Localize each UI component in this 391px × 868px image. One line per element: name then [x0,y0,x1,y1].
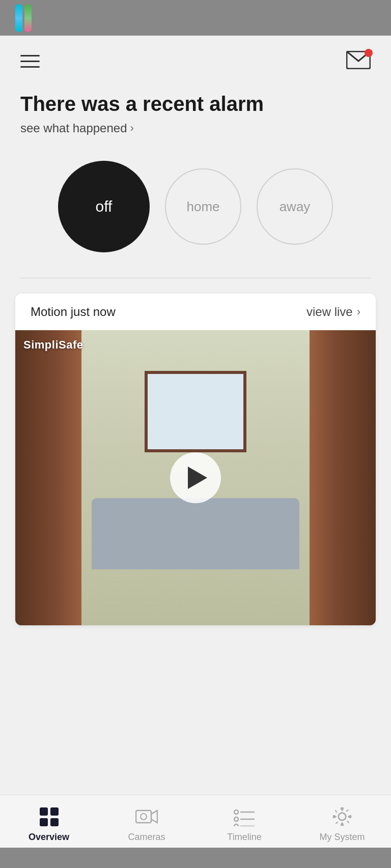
overview-dot-4 [50,818,59,826]
alarm-title: There was a recent alarm [20,92,371,116]
hamburger-line-2 [20,61,40,62]
play-button[interactable] [170,452,221,503]
camera-card: Motion just now view live › SimpliSafe [15,294,376,625]
view-live-text: view live [306,305,353,319]
status-bar [0,0,391,36]
hamburger-line-3 [20,66,40,68]
svg-point-3 [234,810,238,814]
nav-item-timeline[interactable]: Timeline [196,805,293,843]
logo-bar-right [24,4,32,32]
svg-point-7 [234,824,238,826]
gear-icon [332,806,352,827]
room-window [145,371,246,452]
svg-point-2 [141,814,147,820]
see-what-happened-text: see what happened [20,121,127,135]
main-content: There was a recent alarm see what happen… [0,36,391,795]
bottom-nav: Overview Cameras Timeline [0,795,391,848]
nav-item-overview[interactable]: Overview [0,805,98,843]
chevron-right-icon: › [130,122,134,135]
room-couch [92,498,299,569]
hamburger-menu-button[interactable] [20,55,40,68]
see-what-happened-link[interactable]: see what happened › [20,121,371,135]
overview-dot-3 [40,818,48,826]
overview-label: Overview [29,832,69,843]
cameras-label: Cameras [128,832,165,843]
svg-rect-1 [136,811,151,823]
camera-card-header: Motion just now view live › [15,294,376,330]
my-system-label: My System [319,832,365,843]
header [0,36,391,81]
cameras-icon [135,805,158,828]
overview-icon [38,805,60,828]
mode-away-button[interactable]: away [257,168,333,245]
svg-point-5 [234,817,238,821]
overview-dot-2 [50,807,59,816]
overview-dot-1 [40,807,48,816]
logo-bar-left [15,4,22,32]
view-live-button[interactable]: view live › [306,305,360,319]
hamburger-line-1 [20,55,40,56]
nav-item-cameras[interactable]: Cameras [98,805,196,843]
motion-text: Motion just now [31,305,116,319]
timeline-icon [233,805,256,828]
app-logo [15,4,32,32]
view-live-chevron-icon: › [357,305,360,319]
mode-home-button[interactable]: home [165,168,241,245]
camera-brand-logo: SimpliSafe [23,338,83,352]
my-system-icon [331,805,353,828]
timeline-label: Timeline [227,832,261,843]
notification-badge [365,49,373,57]
alarm-section: There was a recent alarm see what happen… [0,81,391,140]
camera-image[interactable]: SimpliSafe [15,330,376,625]
bottom-bar [0,848,391,868]
section-divider [20,278,371,278]
overview-dots-icon [40,807,59,826]
camera-nav-icon [135,808,158,825]
room-left-frame [15,330,81,625]
svg-point-10 [339,813,346,821]
nav-item-my-system[interactable]: My System [293,805,391,843]
play-icon [188,467,207,489]
mode-buttons: off home away [0,140,391,278]
room-right-frame [310,330,376,625]
timeline-nav-icon [233,807,256,826]
mode-off-button[interactable]: off [58,161,150,252]
notifications-button[interactable] [346,51,371,71]
